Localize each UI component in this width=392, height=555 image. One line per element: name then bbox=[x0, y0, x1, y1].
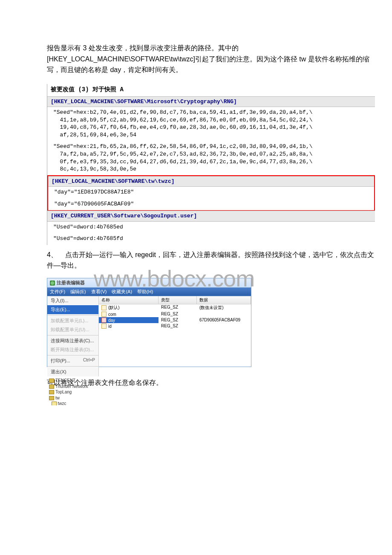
tree-toplang[interactable]: TopLang bbox=[55, 390, 72, 394]
intro-paragraph: 报告显示有 3 处发生改变，找到显示改变注册表的路径。其中的[HKEY_LOCA… bbox=[47, 43, 375, 75]
menu-fav[interactable]: 收藏夹(A) bbox=[112, 289, 132, 295]
tree-tencent[interactable]: TENCENT bbox=[55, 378, 75, 383]
menu-bar[interactable]: 文件(F) 编辑(E) 查看(V) 收藏夹(A) 帮助(H) bbox=[47, 287, 251, 296]
print-shortcut: Ctrl+P bbox=[83, 358, 95, 362]
string-icon bbox=[101, 324, 107, 329]
menu-connect-net[interactable]: 连接网络注册表(C)... bbox=[47, 336, 98, 345]
reg-val-day-b: "day"="67D90605FACBAF09" bbox=[48, 199, 374, 211]
reg-val-seed-a: "Seed"=hex:b2,70,4e,01,d2,fe,90,8d,c7,76… bbox=[47, 107, 375, 141]
reg-key-sogou: [HKEY_CURRENT_USER\Software\SogouInput.u… bbox=[47, 211, 375, 222]
reg-val-seed-b: "Seed"=hex:21,fb,65,2a,86,ff,62,2e,58,54… bbox=[47, 141, 375, 175]
regedit-screenshot: www.bdocx.com 注册表编辑器 文件(F) 编辑(E) 查看(V) 收… bbox=[47, 278, 251, 367]
menu-exit[interactable]: 退出(X) bbox=[47, 367, 98, 376]
menu-edit[interactable]: 编辑(E) bbox=[70, 289, 86, 295]
step-4: 4、 点击开始—运行—输入 regedit，回车，进入注册表编辑器。按照路径找到… bbox=[47, 249, 375, 271]
report-heading: 被更改值 (3) 对于快照 A bbox=[47, 84, 375, 96]
file-menu-dropdown: 导入(I)... 导出(E)... 加载配置单元(L)... 卸载配置单元(U)… bbox=[47, 296, 99, 376]
window-title: 注册表编辑器 bbox=[57, 280, 85, 286]
registry-report: 被更改值 (3) 对于快照 A [HKEY_LOCAL_MACHINE\SOFT… bbox=[47, 84, 375, 245]
step-number: 4、 bbox=[47, 251, 58, 258]
menu-help[interactable]: 帮助(H) bbox=[137, 289, 153, 295]
menu-file[interactable]: 文件(F) bbox=[50, 289, 65, 295]
value-row-default[interactable]: (默认) REG_SZ (数值未设置) bbox=[99, 304, 251, 311]
menu-import[interactable]: 导入(I)... bbox=[47, 296, 98, 305]
menu-load-hive: 加载配置单元(L)... bbox=[47, 316, 98, 325]
registry-tree[interactable]: TENCENT Thunder Network TopLang tw twzc bbox=[47, 376, 99, 405]
menu-export[interactable]: 导出(E)... bbox=[47, 305, 98, 314]
menu-view[interactable]: 查看(V) bbox=[91, 289, 107, 295]
reg-val-used-b: "Used"=dword:4b7685fd bbox=[47, 233, 375, 245]
highlight-box: [HKEY_LOCAL_MACHINE\SOFTWARE\tw\twzc] "d… bbox=[47, 175, 375, 211]
col-name[interactable]: 名称 bbox=[99, 296, 159, 304]
tree-thunder[interactable]: Thunder Network bbox=[55, 384, 88, 389]
tree-twzc[interactable]: twzc bbox=[58, 401, 66, 405]
col-data[interactable]: 数据 bbox=[197, 296, 251, 304]
string-icon bbox=[101, 305, 107, 310]
reg-key-rng: [HKEY_LOCAL_MACHINE\SOFTWARE\Microsoft\C… bbox=[47, 96, 375, 107]
reg-key-twzc: [HKEY_LOCAL_MACHINE\SOFTWARE\tw\twzc] bbox=[48, 176, 374, 187]
menu-unload-hive: 卸载配置单元(U)... bbox=[47, 325, 98, 334]
reg-val-used-a: "Used"=dword:4b7685ed bbox=[47, 222, 375, 234]
string-icon bbox=[101, 318, 107, 323]
value-row-com[interactable]: com REG_SZ bbox=[99, 311, 251, 317]
value-row-id[interactable]: id REG_SZ bbox=[99, 323, 251, 329]
window-title-bar: 注册表编辑器 bbox=[47, 278, 251, 287]
menu-print[interactable]: 打印(P)... Ctrl+P bbox=[47, 356, 98, 365]
col-type[interactable]: 类型 bbox=[159, 296, 197, 304]
tree-tw[interactable]: tw bbox=[55, 396, 60, 400]
value-list-pane: 名称 类型 数据 (默认) REG_SZ (数值未设置) com REG_SZ … bbox=[99, 296, 251, 367]
app-icon bbox=[50, 280, 55, 286]
menu-disconnect-net: 断开网络注册表(D)... bbox=[47, 345, 98, 354]
string-icon bbox=[101, 312, 107, 317]
value-row-day[interactable]: day REG_SZ 67D90605FACBAF09 bbox=[99, 317, 251, 323]
step-text: 点击开始—运行—输入 regedit，回车，进入注册表编辑器。按照路径找到这个键… bbox=[47, 251, 374, 269]
reg-val-day-a: "day"="1ED8197DC88A71E8" bbox=[48, 187, 374, 199]
